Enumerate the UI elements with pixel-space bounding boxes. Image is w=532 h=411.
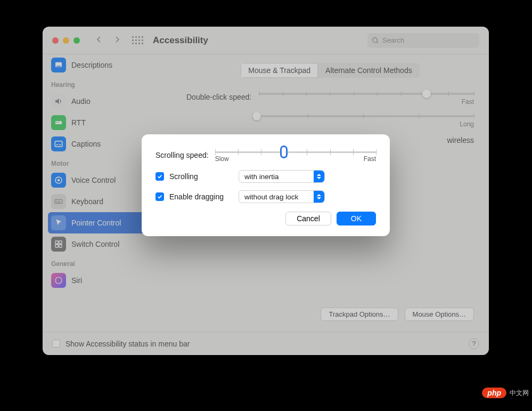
watermark: php 中文网: [482, 388, 529, 398]
scrolling-checkbox[interactable]: [155, 172, 164, 181]
cancel-button[interactable]: Cancel: [285, 212, 331, 225]
slider-fast-label: Fast: [364, 155, 376, 163]
dropdown-value: without drag lock: [244, 193, 298, 201]
dragging-mode-dropdown[interactable]: without drag lock: [239, 190, 325, 203]
enable-dragging-label: Enable dragging: [169, 192, 239, 201]
scrolling-checkbox-label: Scrolling: [169, 172, 239, 181]
dropdown-stepper-icon: [314, 171, 324, 182]
dropdown-stepper-icon: [314, 191, 324, 203]
enable-dragging-checkbox[interactable]: [155, 192, 164, 201]
slider-knob[interactable]: [280, 146, 288, 158]
scrolling-speed-slider[interactable]: [215, 151, 376, 153]
check-icon: [157, 194, 162, 199]
watermark-text: 中文网: [510, 389, 529, 398]
slider-slow-label: Slow: [215, 155, 229, 163]
ok-button[interactable]: OK: [337, 212, 376, 225]
scrolling-mode-dropdown[interactable]: with inertia: [239, 170, 325, 183]
php-badge: php: [482, 388, 506, 398]
scrolling-speed-label: Scrolling speed:: [155, 151, 209, 159]
mouse-options-sheet: Scrolling speed: Slow Fast Scrolling wit…: [142, 134, 390, 236]
check-icon: [157, 174, 162, 179]
dropdown-value: with inertia: [244, 173, 279, 181]
